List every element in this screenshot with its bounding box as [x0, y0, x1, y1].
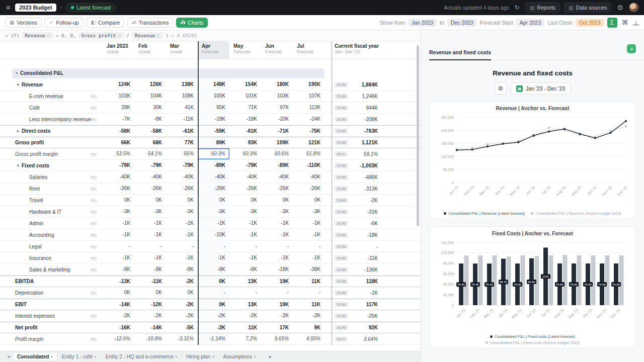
value-cell[interactable]: - [198, 287, 229, 298]
value-cell[interactable]: 109K [261, 137, 293, 148]
value-cell[interactable]: 68K [134, 137, 166, 148]
row-label-cell[interactable]: Depreciationf(x) [0, 287, 103, 298]
row-label-cell[interactable]: Gross profit marginf(x) [0, 148, 103, 159]
value-cell[interactable]: 9K [293, 322, 325, 333]
value-cell[interactable]: -79K [229, 160, 261, 171]
value-cell[interactable]: 19K [261, 276, 293, 287]
value-cell[interactable]: 0K [198, 276, 229, 287]
value-cell[interactable]: -1K [293, 218, 325, 229]
value-cell[interactable]: -18K [198, 114, 229, 125]
value-cell[interactable]: -1K [134, 229, 166, 240]
value-cell[interactable]: -10.8% [134, 333, 166, 344]
row-label-cell[interactable]: Accountingf(x) [0, 229, 103, 240]
row-label-cell[interactable]: Profit marginf(x) [0, 333, 103, 344]
value-cell[interactable]: -3K [166, 206, 198, 217]
gear-icon[interactable]: ⚙ [615, 4, 625, 12]
value-cell[interactable]: -3K [261, 206, 293, 217]
value-cell[interactable]: - [293, 241, 325, 252]
value-cell[interactable]: 138K [166, 79, 198, 90]
row-label-cell[interactable]: Gross profit [0, 137, 103, 148]
summary-cell[interactable]: SUM1,884K [332, 79, 382, 90]
value-cell[interactable]: 66K [103, 137, 134, 148]
value-cell[interactable]: 195K [293, 79, 325, 90]
fixed-costs-bar-chart[interactable]: 020,00040,00060,00080,000100,000120,000J… [434, 237, 632, 331]
value-cell[interactable]: 56% [166, 148, 198, 159]
value-cell[interactable]: -12K [134, 299, 166, 310]
row-label-cell[interactable]: Interest expensesf(x) [0, 310, 103, 321]
value-cell[interactable]: -1K [293, 229, 325, 240]
sheet-tab-entity-2-hq-and-e-commerce[interactable]: Entity 2 - HQ and e-commerce▾ [102, 353, 182, 360]
version-badge[interactable]: Latest forecast [66, 3, 116, 12]
value-cell[interactable]: 13K [229, 276, 261, 287]
row-label-cell[interactable]: Less intercompany revenuef(x) [0, 114, 103, 125]
follow-up-button[interactable]: ✓ Follow-up [45, 18, 84, 28]
value-cell[interactable]: 100K [198, 90, 229, 102]
value-cell[interactable]: -59K [198, 126, 229, 136]
row-label-cell[interactable]: EBIT [0, 299, 103, 310]
summary-cell[interactable]: SUM-313K [332, 183, 382, 194]
row-label-cell[interactable]: Sales & marketingf(x) [0, 264, 103, 275]
value-cell[interactable]: -2K [198, 322, 229, 333]
formula-bar[interactable]: = if( Revenue = 0, 0, Gross profit / Rev… [0, 30, 421, 41]
value-cell[interactable]: - [293, 287, 325, 298]
value-cell[interactable]: -61K [166, 126, 198, 136]
vertical-scrollbar[interactable] [417, 45, 419, 226]
value-cell[interactable]: -1.14% [198, 333, 229, 344]
value-cell[interactable]: 65K [198, 102, 229, 113]
tab-revenue-and-fixed-costs[interactable]: Revenue and fixed costs [429, 49, 491, 60]
value-cell[interactable]: -40K [134, 171, 166, 183]
value-cell[interactable]: -89K [261, 160, 293, 171]
value-cell[interactable]: 30K [134, 102, 166, 113]
summary-cell[interactable]: SUM844K [332, 102, 382, 113]
row-label-cell[interactable]: Salariesf(x) [0, 171, 103, 183]
row-label-cell[interactable]: E-com revenuef(x) [0, 90, 103, 102]
value-cell[interactable]: -11K [134, 276, 166, 287]
sum-function-button[interactable]: Σ [607, 18, 617, 28]
value-cell[interactable]: -58K [134, 126, 166, 136]
add-chart-button[interactable]: + [627, 44, 636, 53]
row-label-cell[interactable]: Net profit [0, 322, 103, 333]
value-cell[interactable]: 108K [166, 90, 198, 102]
summary-cell[interactable]: SUM92K [332, 322, 382, 333]
value-cell[interactable]: 11K [293, 276, 325, 287]
value-cell[interactable]: 0K [103, 287, 134, 298]
value-cell[interactable]: - [198, 241, 229, 252]
charts-button[interactable]: Charts [176, 18, 208, 28]
value-cell[interactable]: -1K [261, 218, 293, 229]
value-cell[interactable]: -24K [293, 114, 325, 125]
value-cell[interactable]: -40K [198, 171, 229, 183]
value-cell[interactable]: -1K [134, 218, 166, 229]
value-cell[interactable]: 0K [229, 195, 261, 206]
value-cell[interactable]: -1K [166, 218, 198, 229]
row-label-cell[interactable]: ▾Fixed costs [0, 160, 103, 171]
value-cell[interactable]: -2K [166, 310, 198, 321]
summary-cell[interactable]: SUM-208K [332, 114, 382, 125]
value-cell[interactable]: -1K [261, 229, 293, 240]
value-cell[interactable]: 104K [134, 90, 166, 102]
value-cell[interactable]: -14K [103, 299, 134, 310]
show-to-value[interactable]: Dec 2023 [447, 19, 477, 27]
download-icon[interactable]: ↓ [633, 20, 639, 25]
value-cell[interactable]: -2K [166, 276, 198, 287]
summary-cell[interactable]: SUM-25K [332, 310, 382, 321]
value-cell[interactable]: 13K [229, 299, 261, 310]
summary-cell[interactable]: SUM118K [332, 276, 382, 287]
value-cell[interactable]: -16K [103, 322, 134, 333]
value-cell[interactable]: -3K [103, 206, 134, 217]
revenue-line-chart[interactable]: 050,000100,000150,000200,000250,000Jan '… [434, 112, 632, 209]
value-cell[interactable]: -40K [261, 171, 293, 183]
value-cell[interactable]: -89K [198, 160, 229, 171]
value-cell[interactable]: -1K [103, 218, 134, 229]
row-label-cell[interactable]: EBITDA [0, 276, 103, 287]
value-cell[interactable]: -2K [229, 310, 261, 321]
value-cell[interactable]: -71K [261, 126, 293, 136]
value-cell[interactable]: 61.8% [293, 148, 325, 159]
value-cell[interactable]: -40K [229, 171, 261, 183]
chevron-right-icon[interactable]: ▸ [17, 129, 19, 133]
sheet-tab-assumptions[interactable]: Assumptions▾ [219, 353, 260, 360]
value-cell[interactable]: -1K [229, 229, 261, 240]
value-cell[interactable]: 17K [261, 322, 293, 333]
value-cell[interactable]: -1K [103, 252, 134, 263]
date-range-button[interactable]: ▦ Jan '23 - Dec '23 [511, 82, 571, 95]
value-cell[interactable]: 0K [166, 195, 198, 206]
